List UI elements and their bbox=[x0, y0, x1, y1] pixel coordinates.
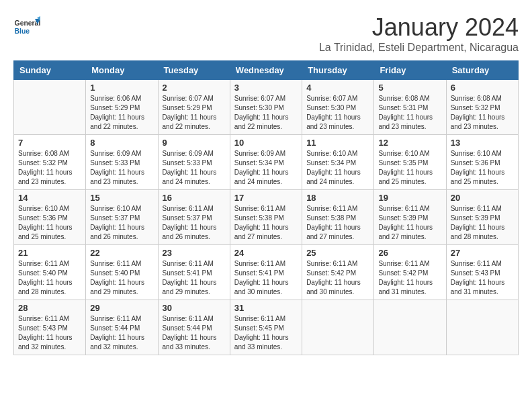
day-number: 10 bbox=[234, 138, 298, 148]
day-info: Sunrise: 6:11 AM Sunset: 5:42 PM Dayligh… bbox=[378, 259, 441, 297]
day-info: Sunrise: 6:11 AM Sunset: 5:38 PM Dayligh… bbox=[306, 204, 369, 242]
calendar-table: SundayMondayTuesdayWednesdayThursdayFrid… bbox=[13, 60, 519, 355]
calendar-cell: 8Sunrise: 6:09 AM Sunset: 5:33 PM Daylig… bbox=[86, 135, 158, 190]
calendar-week-row: 1Sunrise: 6:06 AM Sunset: 5:29 PM Daylig… bbox=[14, 80, 519, 135]
day-number: 4 bbox=[306, 83, 369, 93]
day-info: Sunrise: 6:11 AM Sunset: 5:38 PM Dayligh… bbox=[234, 204, 298, 242]
calendar-cell: 14Sunrise: 6:10 AM Sunset: 5:36 PM Dayli… bbox=[14, 190, 86, 245]
day-number: 6 bbox=[451, 83, 514, 93]
weekday-header: Saturday bbox=[446, 61, 518, 80]
day-number: 13 bbox=[451, 138, 514, 148]
calendar-cell: 3Sunrise: 6:07 AM Sunset: 5:30 PM Daylig… bbox=[230, 80, 302, 135]
header: General Blue January 2024 La Trinidad, E… bbox=[13, 13, 519, 54]
calendar-cell: 10Sunrise: 6:09 AM Sunset: 5:34 PM Dayli… bbox=[230, 135, 302, 190]
day-number: 1 bbox=[90, 83, 153, 93]
day-number: 11 bbox=[306, 138, 369, 148]
day-info: Sunrise: 6:11 AM Sunset: 5:45 PM Dayligh… bbox=[234, 314, 298, 352]
weekday-header: Monday bbox=[86, 61, 158, 80]
day-number: 26 bbox=[378, 248, 441, 258]
day-number: 12 bbox=[378, 138, 441, 148]
calendar-week-row: 21Sunrise: 6:11 AM Sunset: 5:40 PM Dayli… bbox=[14, 245, 519, 300]
calendar-cell: 2Sunrise: 6:07 AM Sunset: 5:29 PM Daylig… bbox=[158, 80, 230, 135]
day-info: Sunrise: 6:09 AM Sunset: 5:33 PM Dayligh… bbox=[163, 149, 226, 187]
calendar-cell: 18Sunrise: 6:11 AM Sunset: 5:38 PM Dayli… bbox=[302, 190, 374, 245]
day-info: Sunrise: 6:11 AM Sunset: 5:42 PM Dayligh… bbox=[306, 259, 369, 297]
day-number: 23 bbox=[163, 248, 226, 258]
weekday-header-row: SundayMondayTuesdayWednesdayThursdayFrid… bbox=[14, 61, 519, 80]
logo: General Blue bbox=[13, 13, 43, 40]
day-info: Sunrise: 6:11 AM Sunset: 5:39 PM Dayligh… bbox=[378, 204, 441, 242]
calendar-cell: 11Sunrise: 6:10 AM Sunset: 5:34 PM Dayli… bbox=[302, 135, 374, 190]
day-number: 29 bbox=[90, 303, 153, 313]
day-info: Sunrise: 6:11 AM Sunset: 5:40 PM Dayligh… bbox=[18, 259, 81, 297]
day-info: Sunrise: 6:11 AM Sunset: 5:44 PM Dayligh… bbox=[90, 314, 153, 352]
svg-text:Blue: Blue bbox=[15, 28, 30, 35]
day-number: 9 bbox=[163, 138, 226, 148]
day-number: 21 bbox=[18, 248, 81, 258]
calendar-cell: 25Sunrise: 6:11 AM Sunset: 5:42 PM Dayli… bbox=[302, 245, 374, 300]
day-info: Sunrise: 6:10 AM Sunset: 5:37 PM Dayligh… bbox=[90, 204, 153, 242]
day-info: Sunrise: 6:11 AM Sunset: 5:37 PM Dayligh… bbox=[163, 204, 226, 242]
day-number: 15 bbox=[90, 193, 153, 203]
day-info: Sunrise: 6:08 AM Sunset: 5:31 PM Dayligh… bbox=[378, 94, 441, 132]
day-info: Sunrise: 6:10 AM Sunset: 5:34 PM Dayligh… bbox=[306, 149, 369, 187]
calendar-cell: 31Sunrise: 6:11 AM Sunset: 5:45 PM Dayli… bbox=[230, 300, 302, 355]
day-number: 27 bbox=[451, 248, 514, 258]
logo-icon: General Blue bbox=[13, 13, 40, 40]
day-number: 7 bbox=[18, 138, 81, 148]
day-number: 25 bbox=[306, 248, 369, 258]
day-number: 24 bbox=[234, 248, 298, 258]
weekday-header: Thursday bbox=[302, 61, 374, 80]
day-info: Sunrise: 6:08 AM Sunset: 5:32 PM Dayligh… bbox=[18, 149, 81, 187]
day-number: 18 bbox=[306, 193, 369, 203]
weekday-header: Tuesday bbox=[158, 61, 230, 80]
day-info: Sunrise: 6:10 AM Sunset: 5:35 PM Dayligh… bbox=[378, 149, 441, 187]
calendar-week-row: 14Sunrise: 6:10 AM Sunset: 5:36 PM Dayli… bbox=[14, 190, 519, 245]
calendar-cell: 23Sunrise: 6:11 AM Sunset: 5:41 PM Dayli… bbox=[158, 245, 230, 300]
day-number: 31 bbox=[234, 303, 298, 313]
calendar-cell: 7Sunrise: 6:08 AM Sunset: 5:32 PM Daylig… bbox=[14, 135, 86, 190]
calendar-cell bbox=[446, 300, 518, 355]
day-info: Sunrise: 6:10 AM Sunset: 5:36 PM Dayligh… bbox=[451, 149, 514, 187]
calendar-week-row: 28Sunrise: 6:11 AM Sunset: 5:43 PM Dayli… bbox=[14, 300, 519, 355]
day-info: Sunrise: 6:11 AM Sunset: 5:40 PM Dayligh… bbox=[90, 259, 153, 297]
calendar-cell: 13Sunrise: 6:10 AM Sunset: 5:36 PM Dayli… bbox=[446, 135, 518, 190]
day-number: 8 bbox=[90, 138, 153, 148]
calendar-cell: 28Sunrise: 6:11 AM Sunset: 5:43 PM Dayli… bbox=[14, 300, 86, 355]
day-number: 22 bbox=[90, 248, 153, 258]
calendar-cell: 16Sunrise: 6:11 AM Sunset: 5:37 PM Dayli… bbox=[158, 190, 230, 245]
calendar-cell: 29Sunrise: 6:11 AM Sunset: 5:44 PM Dayli… bbox=[86, 300, 158, 355]
weekday-header: Wednesday bbox=[230, 61, 302, 80]
calendar-cell: 5Sunrise: 6:08 AM Sunset: 5:31 PM Daylig… bbox=[374, 80, 446, 135]
day-info: Sunrise: 6:11 AM Sunset: 5:43 PM Dayligh… bbox=[451, 259, 514, 297]
calendar-cell: 1Sunrise: 6:06 AM Sunset: 5:29 PM Daylig… bbox=[86, 80, 158, 135]
day-info: Sunrise: 6:11 AM Sunset: 5:44 PM Dayligh… bbox=[163, 314, 226, 352]
calendar-cell bbox=[14, 80, 86, 135]
calendar-cell bbox=[302, 300, 374, 355]
calendar-cell: 27Sunrise: 6:11 AM Sunset: 5:43 PM Dayli… bbox=[446, 245, 518, 300]
calendar-cell: 20Sunrise: 6:11 AM Sunset: 5:39 PM Dayli… bbox=[446, 190, 518, 245]
day-number: 2 bbox=[163, 83, 226, 93]
day-info: Sunrise: 6:11 AM Sunset: 5:43 PM Dayligh… bbox=[18, 314, 81, 352]
month-year: January 2024 bbox=[319, 13, 519, 42]
day-info: Sunrise: 6:07 AM Sunset: 5:29 PM Dayligh… bbox=[163, 94, 226, 132]
calendar-cell: 9Sunrise: 6:09 AM Sunset: 5:33 PM Daylig… bbox=[158, 135, 230, 190]
calendar-cell: 26Sunrise: 6:11 AM Sunset: 5:42 PM Dayli… bbox=[374, 245, 446, 300]
calendar-cell: 22Sunrise: 6:11 AM Sunset: 5:40 PM Dayli… bbox=[86, 245, 158, 300]
calendar-cell: 21Sunrise: 6:11 AM Sunset: 5:40 PM Dayli… bbox=[14, 245, 86, 300]
calendar-cell: 24Sunrise: 6:11 AM Sunset: 5:41 PM Dayli… bbox=[230, 245, 302, 300]
day-info: Sunrise: 6:11 AM Sunset: 5:41 PM Dayligh… bbox=[163, 259, 226, 297]
day-info: Sunrise: 6:11 AM Sunset: 5:39 PM Dayligh… bbox=[451, 204, 514, 242]
day-number: 28 bbox=[18, 303, 81, 313]
title-area: January 2024 La Trinidad, Esteli Departm… bbox=[319, 13, 519, 54]
day-number: 30 bbox=[163, 303, 226, 313]
day-info: Sunrise: 6:08 AM Sunset: 5:32 PM Dayligh… bbox=[451, 94, 514, 132]
day-info: Sunrise: 6:09 AM Sunset: 5:34 PM Dayligh… bbox=[234, 149, 298, 187]
day-number: 3 bbox=[234, 83, 298, 93]
day-info: Sunrise: 6:10 AM Sunset: 5:36 PM Dayligh… bbox=[18, 204, 81, 242]
day-info: Sunrise: 6:11 AM Sunset: 5:41 PM Dayligh… bbox=[234, 259, 298, 297]
calendar-cell: 4Sunrise: 6:07 AM Sunset: 5:30 PM Daylig… bbox=[302, 80, 374, 135]
weekday-header: Sunday bbox=[14, 61, 86, 80]
calendar-cell: 30Sunrise: 6:11 AM Sunset: 5:44 PM Dayli… bbox=[158, 300, 230, 355]
day-number: 17 bbox=[234, 193, 298, 203]
